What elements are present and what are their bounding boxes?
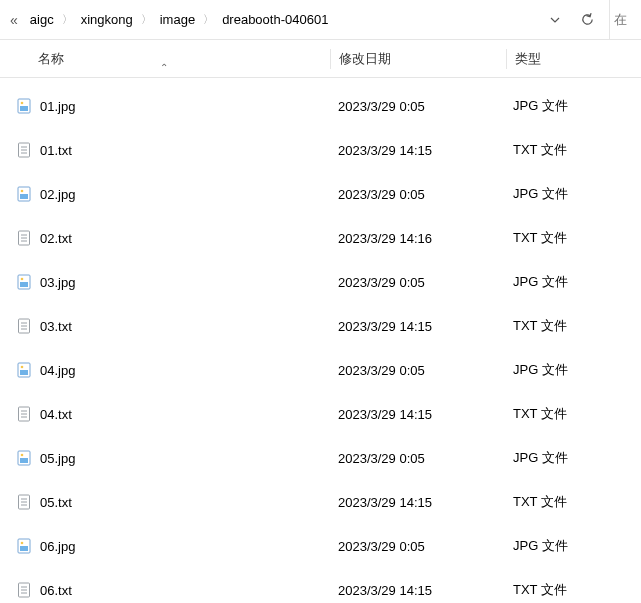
refresh-button[interactable] bbox=[571, 4, 603, 36]
svg-rect-36 bbox=[20, 546, 28, 551]
chevron-right-icon: 〉 bbox=[201, 12, 216, 27]
text-file-icon bbox=[16, 406, 32, 422]
search-input[interactable] bbox=[610, 12, 637, 27]
file-row[interactable]: 02.jpg2023/3/29 0:05JPG 文件 bbox=[0, 172, 641, 216]
search-box[interactable] bbox=[609, 0, 637, 40]
file-name-label: 04.txt bbox=[40, 407, 72, 422]
file-row[interactable]: 01.txt2023/3/29 14:15TXT 文件 bbox=[0, 128, 641, 172]
text-file-icon bbox=[16, 142, 32, 158]
file-name-label: 03.jpg bbox=[40, 275, 75, 290]
file-name-cell: 02.txt bbox=[0, 230, 330, 246]
svg-point-37 bbox=[21, 542, 24, 545]
file-type-cell: TXT 文件 bbox=[505, 141, 641, 159]
file-name-cell: 06.jpg bbox=[0, 538, 330, 554]
svg-point-9 bbox=[21, 190, 24, 193]
file-type-cell: JPG 文件 bbox=[505, 537, 641, 555]
file-name-cell: 04.jpg bbox=[0, 362, 330, 378]
svg-rect-22 bbox=[20, 370, 28, 375]
file-row[interactable]: 01.jpg2023/3/29 0:05JPG 文件 bbox=[0, 84, 641, 128]
file-name-label: 05.txt bbox=[40, 495, 72, 510]
file-row[interactable]: 02.txt2023/3/29 14:16TXT 文件 bbox=[0, 216, 641, 260]
file-date-cell: 2023/3/29 14:16 bbox=[330, 231, 505, 246]
file-type-cell: TXT 文件 bbox=[505, 229, 641, 247]
svg-point-2 bbox=[21, 102, 24, 105]
file-name-cell: 03.txt bbox=[0, 318, 330, 334]
file-name-label: 02.txt bbox=[40, 231, 72, 246]
file-date-cell: 2023/3/29 14:15 bbox=[330, 583, 505, 598]
image-file-icon bbox=[16, 450, 32, 466]
file-name-cell: 02.jpg bbox=[0, 186, 330, 202]
sort-ascending-icon: ⌃ bbox=[160, 62, 168, 73]
file-type-cell: TXT 文件 bbox=[505, 493, 641, 511]
file-type-cell: JPG 文件 bbox=[505, 273, 641, 291]
file-row[interactable]: 04.txt2023/3/29 14:15TXT 文件 bbox=[0, 392, 641, 436]
file-name-label: 04.jpg bbox=[40, 363, 75, 378]
file-date-cell: 2023/3/29 14:15 bbox=[330, 319, 505, 334]
file-name-label: 03.txt bbox=[40, 319, 72, 334]
file-row[interactable]: 06.jpg2023/3/29 0:05JPG 文件 bbox=[0, 524, 641, 568]
file-type-cell: JPG 文件 bbox=[505, 449, 641, 467]
image-file-icon bbox=[16, 98, 32, 114]
file-name-label: 01.txt bbox=[40, 143, 72, 158]
file-name-cell: 05.txt bbox=[0, 494, 330, 510]
svg-point-23 bbox=[21, 366, 24, 369]
file-name-cell: 01.txt bbox=[0, 142, 330, 158]
file-name-label: 02.jpg bbox=[40, 187, 75, 202]
file-row[interactable]: 03.txt2023/3/29 14:15TXT 文件 bbox=[0, 304, 641, 348]
file-name-label: 05.jpg bbox=[40, 451, 75, 466]
file-name-label: 06.jpg bbox=[40, 539, 75, 554]
chevron-right-icon: 〉 bbox=[60, 12, 75, 27]
file-row[interactable]: 03.jpg2023/3/29 0:05JPG 文件 bbox=[0, 260, 641, 304]
file-type-cell: JPG 文件 bbox=[505, 97, 641, 115]
text-file-icon bbox=[16, 582, 32, 598]
file-name-cell: 01.jpg bbox=[0, 98, 330, 114]
file-name-cell: 05.jpg bbox=[0, 450, 330, 466]
breadcrumb-item[interactable]: xingkong bbox=[75, 8, 139, 31]
file-row[interactable]: 05.jpg2023/3/29 0:05JPG 文件 bbox=[0, 436, 641, 480]
file-date-cell: 2023/3/29 0:05 bbox=[330, 275, 505, 290]
breadcrumb-item[interactable]: image bbox=[154, 8, 201, 31]
file-date-cell: 2023/3/29 0:05 bbox=[330, 363, 505, 378]
column-header-type[interactable]: 类型 bbox=[507, 50, 641, 68]
file-row[interactable]: 05.txt2023/3/29 14:15TXT 文件 bbox=[0, 480, 641, 524]
image-file-icon bbox=[16, 186, 32, 202]
file-date-cell: 2023/3/29 0:05 bbox=[330, 451, 505, 466]
chevron-right-icon: 〉 bbox=[139, 12, 154, 27]
dropdown-button[interactable] bbox=[539, 4, 571, 36]
file-date-cell: 2023/3/29 14:15 bbox=[330, 143, 505, 158]
svg-rect-1 bbox=[20, 106, 28, 111]
breadcrumb: aigc〉xingkong〉image〉dreabooth-040601 bbox=[24, 8, 539, 31]
file-name-cell: 04.txt bbox=[0, 406, 330, 422]
file-name-cell: 03.jpg bbox=[0, 274, 330, 290]
file-name-label: 01.jpg bbox=[40, 99, 75, 114]
image-file-icon bbox=[16, 362, 32, 378]
back-chevron-icon[interactable]: « bbox=[4, 12, 24, 28]
file-row[interactable]: 04.jpg2023/3/29 0:05JPG 文件 bbox=[0, 348, 641, 392]
file-date-cell: 2023/3/29 14:15 bbox=[330, 407, 505, 422]
file-list: 01.jpg2023/3/29 0:05JPG 文件01.txt2023/3/2… bbox=[0, 78, 641, 603]
svg-point-30 bbox=[21, 454, 24, 457]
address-toolbar: « aigc〉xingkong〉image〉dreabooth-040601 bbox=[0, 0, 641, 40]
file-name-cell: 06.txt bbox=[0, 582, 330, 598]
svg-rect-15 bbox=[20, 282, 28, 287]
file-date-cell: 2023/3/29 0:05 bbox=[330, 99, 505, 114]
file-type-cell: TXT 文件 bbox=[505, 405, 641, 423]
svg-rect-29 bbox=[20, 458, 28, 463]
column-header-name-label: 名称 bbox=[38, 51, 64, 66]
file-type-cell: JPG 文件 bbox=[505, 185, 641, 203]
breadcrumb-item[interactable]: aigc bbox=[24, 8, 60, 31]
image-file-icon bbox=[16, 538, 32, 554]
image-file-icon bbox=[16, 274, 32, 290]
column-header-row: 名称 ⌃ 修改日期 类型 bbox=[0, 40, 641, 78]
column-header-date[interactable]: 修改日期 bbox=[331, 50, 506, 68]
file-date-cell: 2023/3/29 14:15 bbox=[330, 495, 505, 510]
file-date-cell: 2023/3/29 0:05 bbox=[330, 187, 505, 202]
breadcrumb-item[interactable]: dreabooth-040601 bbox=[216, 8, 334, 31]
svg-rect-8 bbox=[20, 194, 28, 199]
file-row[interactable]: 06.txt2023/3/29 14:15TXT 文件 bbox=[0, 568, 641, 603]
column-header-name[interactable]: 名称 ⌃ bbox=[0, 50, 330, 68]
file-date-cell: 2023/3/29 0:05 bbox=[330, 539, 505, 554]
text-file-icon bbox=[16, 494, 32, 510]
refresh-icon bbox=[580, 12, 595, 27]
file-type-cell: TXT 文件 bbox=[505, 317, 641, 335]
